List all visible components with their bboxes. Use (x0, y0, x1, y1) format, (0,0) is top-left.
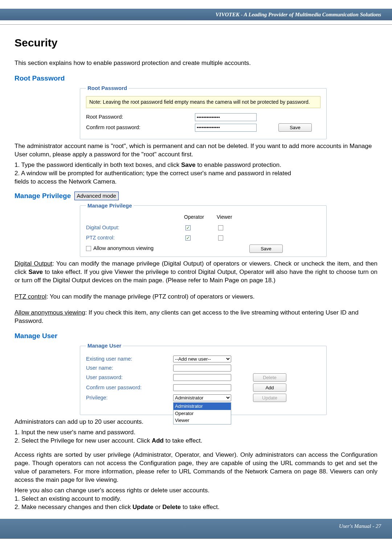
priv-digital-underline: Digital Output (15, 260, 52, 267)
existing-user-select[interactable]: --Add new user-- (173, 356, 231, 362)
priv-col-viewer: Viewer (217, 214, 249, 221)
digital-operator-checkbox[interactable]: ✓ (185, 225, 191, 230)
root-password-save-button[interactable]: Save (278, 123, 312, 132)
privilege-option-admin[interactable]: Administrator (173, 403, 231, 410)
delete-button[interactable]: Delete (253, 373, 286, 382)
confirmpw-input[interactable] (173, 384, 231, 391)
root-password-panel: Root Password Note: Leaving the root pas… (80, 85, 327, 139)
ptz-operator-checkbox[interactable]: ✓ (185, 235, 191, 241)
page-header: VIVOTEK - A Leading Provider of Multimed… (0, 9, 392, 20)
existing-user-label: Existing user name: (86, 356, 173, 363)
priv-anon-underline: Allow anonymous viewing (15, 309, 85, 316)
intro-text: This section explains how to enable pass… (15, 59, 377, 67)
manage-user-heading: Manage User (15, 331, 377, 341)
username-label: User name: (86, 365, 173, 372)
root-password-input[interactable] (195, 113, 257, 121)
priv-col-spacer (86, 214, 184, 221)
manage-privilege-panel: Manage Privilege Operator Viewer Digital… (80, 202, 327, 257)
username-input[interactable] (173, 365, 231, 372)
advanced-mode-badge: Advanced mode (74, 192, 119, 200)
mu-para5: 2. Make necessary changes and then click… (15, 503, 377, 512)
ptz-viewer-checkbox[interactable]: ✓ (218, 235, 223, 241)
top-spacer (0, 0, 392, 9)
priv-ptz-paragraph: PTZ control: You can modify the manage p… (15, 293, 377, 301)
root-password-heading: Root Password (15, 74, 377, 83)
add-button[interactable]: Add (253, 383, 286, 392)
manage-user-panel: Manage User Existing user name: --Add ne… (80, 342, 327, 415)
root-password-legend: Root Password (86, 85, 128, 92)
mu-explain-2: 1. Input the new user's name and passwor… (15, 428, 377, 437)
privilege-label: Privilege: (86, 394, 173, 402)
anon-view-label: Allow anonymous viewing (93, 245, 213, 252)
manage-privilege-legend: Manage Privilege (86, 202, 134, 209)
root-password-note: Note: Leaving the root password field em… (86, 96, 320, 108)
manage-privilege-heading: Manage Privilege Advanced mode (15, 191, 377, 201)
page-footer-text: User's Manual - 27 (0, 519, 392, 528)
root-password-label: Root Password: (86, 114, 195, 121)
priv-digital-paragraph: Digital Output: You can modify the manag… (15, 260, 377, 285)
confirm-root-password-input[interactable] (195, 124, 257, 132)
mu-para2: Access rights are sorted by user privile… (15, 451, 377, 484)
userpw-label: User password: (86, 374, 173, 381)
priv-anon-paragraph: Allow anonymous viewing: If you check th… (15, 309, 377, 325)
confirm-root-password-label: Confirm root password: (86, 124, 195, 131)
root-explain-1: 1. Type the password identically in both… (15, 161, 377, 169)
digital-viewer-checkbox[interactable]: ✓ (218, 225, 223, 230)
privilege-save-button[interactable]: Save (249, 245, 283, 253)
manage-privilege-title-text: Manage Privilege (15, 192, 71, 200)
update-button[interactable]: Update (253, 394, 286, 402)
page-title: Security (15, 36, 377, 50)
mu-para3: Here you also can change user's access r… (15, 487, 377, 495)
priv-row-digital-label: Digital Output: (86, 224, 184, 231)
privilege-select-dropdown: Administrator Operator Viewer (173, 402, 231, 424)
header-divider (0, 20, 392, 25)
anon-view-checkbox[interactable]: ✓ (86, 246, 91, 251)
priv-row-ptz-label: PTZ control: (86, 234, 184, 242)
mu-explain-3: 2. Select the Privilege for new user acc… (15, 437, 377, 445)
manage-user-legend: Manage User (86, 342, 123, 349)
mu-para4: 1. Select an existing account to modify. (15, 495, 377, 503)
page-footer-band: User's Manual - 27 (0, 519, 392, 539)
priv-col-operator: Operator (184, 214, 217, 221)
userpw-input[interactable] (173, 374, 231, 381)
privilege-option-viewer[interactable]: Viewer (173, 417, 231, 424)
header-title: VIVOTEK - A Leading Provider of Multimed… (216, 11, 381, 18)
root-explain-0: The administrator account name is "root"… (15, 142, 377, 159)
root-explain-2: 2. A window will be prompted for authent… (15, 169, 377, 178)
privilege-option-operator[interactable]: Operator (173, 410, 231, 417)
confirmpw-label: Confirm user password: (86, 384, 173, 391)
root-explain-3: fields to access the Network Camera. (15, 178, 377, 186)
privilege-select[interactable]: Administrator (173, 394, 231, 401)
priv-ptz-underline: PTZ control (15, 293, 46, 300)
